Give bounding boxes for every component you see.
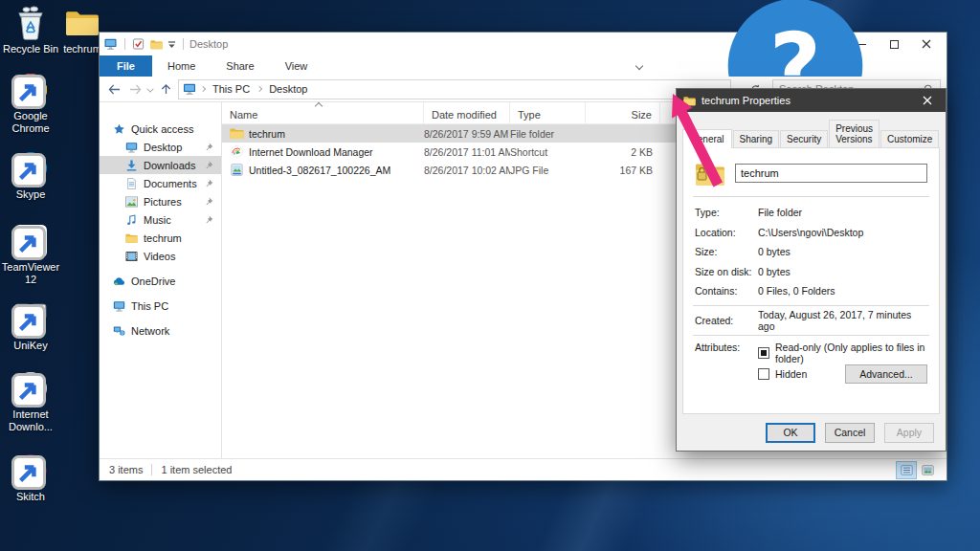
music-note-icon bbox=[125, 214, 138, 226]
sidebar-item-label: Network bbox=[131, 325, 169, 337]
file-name: Internet Download Manager bbox=[249, 146, 373, 158]
sidebar-item-quick-access[interactable]: Quick access bbox=[100, 120, 221, 138]
sidebar-item-label: Downloads bbox=[144, 160, 195, 171]
sidebar-item-label: OneDrive bbox=[131, 276, 175, 287]
quick-access-toolbar bbox=[103, 38, 186, 50]
address-bar[interactable]: This PC Desktop bbox=[178, 79, 731, 99]
sidebar-item-label: This PC bbox=[131, 300, 168, 312]
created-value: Today, August 26, 2017, 7 minutes ago bbox=[758, 309, 927, 332]
desktop-icon-google-chrome[interactable]: Google Chrome bbox=[1, 73, 60, 134]
tab-customize[interactable]: Customize bbox=[880, 130, 939, 147]
desktop-icon-skitch[interactable]: Skitch bbox=[1, 453, 60, 503]
folder-icon bbox=[683, 96, 696, 106]
tab-view[interactable]: View bbox=[270, 55, 323, 77]
advanced-button[interactable]: Advanced... bbox=[845, 364, 927, 384]
back-arrow-icon bbox=[108, 84, 121, 95]
customize-qat-dropdown-icon[interactable] bbox=[167, 40, 176, 49]
sidebar-item-downloads[interactable]: Downloads bbox=[100, 156, 221, 174]
desktop-icon-recycle-bin[interactable]: Recycle Bin bbox=[1, 6, 60, 55]
hidden-attribute-row: Hidden Advanced... bbox=[758, 364, 927, 384]
attributes-label: Attributes: bbox=[695, 342, 758, 384]
thumbnail-view-icon bbox=[922, 465, 934, 475]
ribbon-collapse-chevron-icon[interactable] bbox=[635, 62, 643, 70]
readonly-checkbox[interactable] bbox=[758, 347, 769, 359]
location-label: Location: bbox=[695, 227, 758, 238]
file-date: 8/26/2017 9:59 AM bbox=[424, 128, 510, 140]
sidebar-item-onedrive[interactable]: OneDrive bbox=[100, 272, 221, 290]
sidebar-item-documents[interactable]: Documents bbox=[100, 174, 221, 192]
back-button[interactable] bbox=[105, 80, 122, 98]
thumbnail-view-button[interactable] bbox=[918, 462, 937, 478]
desktop-icon-skype[interactable]: Skype bbox=[1, 151, 60, 201]
shortcut-overlay-icon bbox=[11, 373, 46, 408]
created-label: Created: bbox=[695, 315, 758, 326]
column-header-size[interactable]: Size bbox=[586, 102, 660, 123]
breadcrumb-chevron-icon bbox=[200, 86, 206, 92]
folder-icon bbox=[230, 127, 244, 140]
readonly-attribute-row: Read-only (Only applies to files in fold… bbox=[758, 342, 927, 364]
sidebar-item-videos[interactable]: Videos bbox=[100, 247, 221, 265]
idm-icon bbox=[230, 145, 244, 158]
forward-button[interactable] bbox=[126, 80, 144, 98]
tab-security[interactable]: Security bbox=[780, 130, 828, 147]
tab-home[interactable]: Home bbox=[152, 55, 211, 77]
tab-share[interactable]: Share bbox=[211, 55, 269, 77]
sidebar-item-label: Quick access bbox=[131, 123, 193, 135]
ok-button[interactable]: OK bbox=[766, 423, 815, 443]
size-label: Size: bbox=[695, 246, 758, 257]
onedrive-cloud-icon bbox=[113, 276, 125, 287]
desktop-icon-label: UniKey bbox=[1, 340, 60, 352]
sidebar-item-label: techrum bbox=[144, 232, 182, 244]
folder-icon bbox=[125, 232, 138, 244]
jpg-file-icon bbox=[230, 164, 244, 176]
column-header-date-modified[interactable]: Date modified bbox=[424, 102, 510, 123]
recent-locations-chevron-icon[interactable] bbox=[146, 85, 153, 92]
desktop-icon-label: Recycle Bin bbox=[1, 43, 60, 55]
desktop-icon-teamviewer[interactable]: TeamViewer 12 bbox=[1, 224, 60, 285]
window-title: Desktop bbox=[189, 38, 228, 50]
properties-qat-icon[interactable] bbox=[132, 38, 145, 50]
forward-arrow-icon bbox=[129, 84, 142, 95]
breadcrumb-desktop[interactable]: Desktop bbox=[266, 83, 310, 95]
readonly-label: Read-only (Only applies to files in fold… bbox=[775, 342, 927, 364]
this-pc-icon bbox=[113, 300, 125, 312]
sidebar-item-music[interactable]: Music bbox=[100, 210, 221, 229]
sidebar-item-label: Documents bbox=[144, 178, 197, 189]
breadcrumb-this-pc[interactable]: This PC bbox=[210, 83, 253, 95]
sidebar-item-this-pc[interactable]: This PC bbox=[100, 297, 221, 315]
size-on-disk-label: Size on disk: bbox=[695, 266, 758, 277]
sidebar-item-network[interactable]: Network bbox=[100, 321, 221, 340]
desktop-icon-label: Internet Downlo... bbox=[1, 408, 60, 432]
dialog-title: techrum Properties bbox=[702, 95, 791, 106]
desktop-icon-label: Google Chrome bbox=[1, 110, 60, 134]
dialog-close-button[interactable] bbox=[916, 89, 939, 112]
hidden-checkbox[interactable] bbox=[758, 368, 769, 380]
location-value: C:\Users\ngovi\Desktop bbox=[758, 227, 927, 238]
sidebar-item-pictures[interactable]: Pictures bbox=[100, 192, 221, 210]
sidebar-item-techrum[interactable]: techrum bbox=[100, 229, 221, 247]
folder-lock-icon bbox=[695, 160, 725, 187]
tab-previous-versions[interactable]: Previous Versions bbox=[829, 120, 880, 147]
sidebar-item-desktop[interactable]: Desktop bbox=[100, 138, 221, 156]
desktop-icon-internet-download-manager[interactable]: Internet Downlo... bbox=[1, 371, 60, 432]
network-icon bbox=[113, 325, 125, 337]
up-button[interactable] bbox=[157, 80, 174, 98]
column-header-type[interactable]: Type bbox=[510, 102, 586, 123]
folder-name-field[interactable] bbox=[735, 164, 927, 183]
this-pc-icon bbox=[183, 83, 196, 95]
picture-icon bbox=[125, 196, 138, 208]
cancel-button[interactable]: Cancel bbox=[825, 423, 875, 443]
apply-button[interactable]: Apply bbox=[884, 423, 934, 443]
hidden-label: Hidden bbox=[775, 368, 807, 380]
new-folder-qat-icon[interactable] bbox=[150, 39, 163, 50]
column-header-name[interactable]: Name bbox=[222, 102, 424, 123]
divider bbox=[183, 38, 184, 50]
file-name: techrum bbox=[249, 128, 285, 140]
desktop-icon-unikey[interactable]: UniKey bbox=[1, 302, 60, 352]
tab-file[interactable]: File bbox=[100, 55, 152, 77]
dialog-title-bar[interactable]: techrum Properties bbox=[677, 89, 946, 112]
tab-sharing[interactable]: Sharing bbox=[733, 130, 779, 147]
details-view-button[interactable] bbox=[897, 462, 916, 478]
explorer-system-icon[interactable] bbox=[103, 38, 118, 50]
tab-general[interactable]: General bbox=[682, 129, 732, 148]
